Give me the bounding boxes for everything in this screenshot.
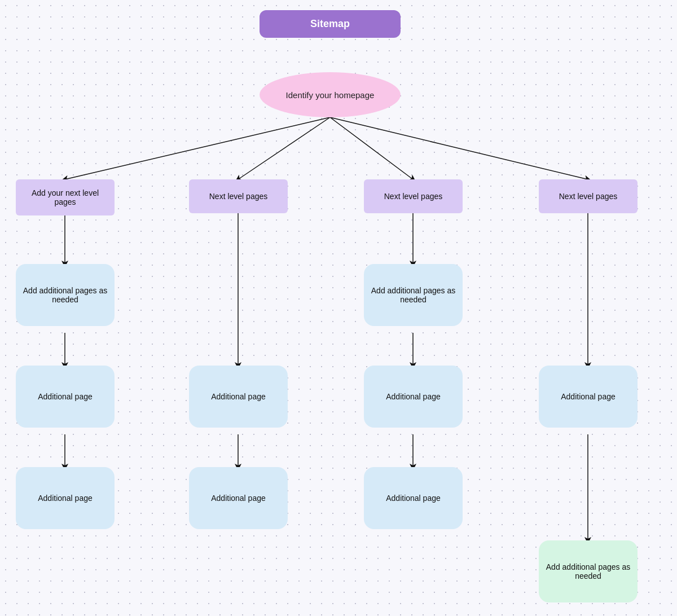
col1-level2a: Add additional pages as needed: [16, 264, 115, 326]
col1-level2c: Additional page: [16, 467, 115, 529]
col2-level2b: Additional page: [189, 366, 288, 428]
col3-level2b: Additional page: [364, 366, 463, 428]
col3-level1: Next level pages: [364, 179, 463, 213]
homepage-oval: Identify your homepage: [260, 72, 401, 117]
col1-level1: Add your next level pages: [16, 179, 115, 215]
col4-level2c-green: Add additional pages as needed: [539, 540, 638, 602]
col3-level2c: Additional page: [364, 467, 463, 529]
col4-level1: Next level pages: [539, 179, 638, 213]
sitemap-title: Sitemap: [260, 10, 401, 38]
col1-level2b: Additional page: [16, 366, 115, 428]
col2-level1: Next level pages: [189, 179, 288, 213]
col4-level2b: Additional page: [539, 366, 638, 428]
svg-line-0: [65, 117, 330, 179]
svg-line-3: [330, 117, 588, 179]
col3-level2a: Add additional pages as needed: [364, 264, 463, 326]
col2-level2c: Additional page: [189, 467, 288, 529]
svg-line-1: [238, 117, 330, 179]
svg-line-2: [330, 117, 413, 179]
